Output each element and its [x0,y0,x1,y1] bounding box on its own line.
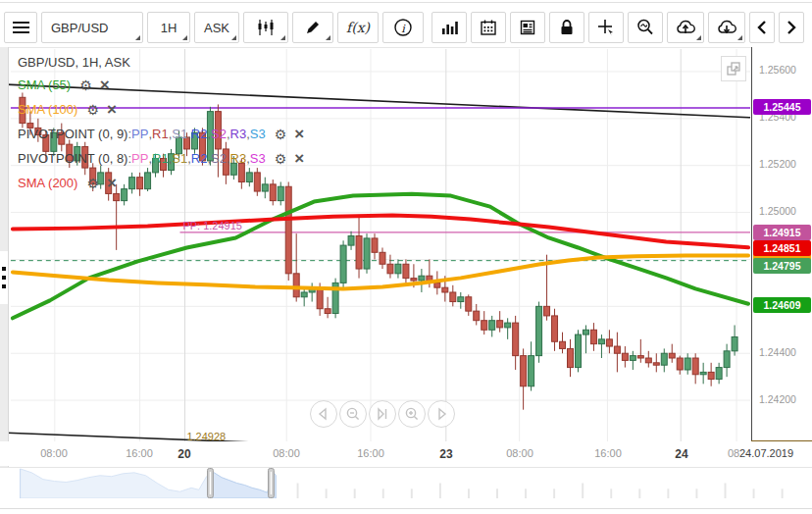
candle [614,333,620,373]
timeframe-select[interactable]: 1H [147,12,190,43]
chart-annotation: 1.24928 [186,431,226,441]
forward-icon [432,405,450,423]
price-type-label: ASK [204,21,229,35]
draw-tools-select[interactable] [292,12,333,43]
time-axis[interactable]: 08:0016:002008:0016:002308:0016:00240824… [0,441,812,466]
candle [489,316,495,337]
candle [685,353,690,375]
latest-icon [374,405,391,423]
candle [598,334,604,358]
lower-trendline[interactable] [1,433,304,441]
step-forward-button[interactable] [428,400,455,428]
chart-type-select[interactable] [243,12,288,43]
indicator-settings-icon[interactable]: ⚙ [275,127,287,142]
zoom-in-icon [403,405,421,423]
scroll-left-button[interactable] [749,12,775,43]
chevron-down-icon [696,35,701,40]
zoom-out-chart-button[interactable] [628,12,663,43]
chevron-down-icon [182,35,187,40]
info-icon: i [393,18,413,37]
chevron-right-icon [785,19,798,36]
x-axis-time-label: 16:00 [594,447,622,459]
candle [466,294,472,316]
navigator-scrollbar[interactable] [0,467,812,498]
top-divider [0,2,812,3]
calendar-button[interactable] [471,12,506,43]
news-button[interactable] [510,12,545,43]
x-axis-time-label: 16:00 [357,447,384,459]
legend-row: PIVOTPOINT (0, 9) : PP, R1, S1, R2, S2, … [18,122,304,146]
candle [450,285,456,307]
drag-dot [2,284,6,288]
indicator-settings-icon[interactable]: ⚙ [86,176,99,191]
info-button[interactable]: i [382,12,424,43]
candle [497,311,503,333]
cloud-download-button[interactable] [708,12,745,43]
cloud-upload-button[interactable] [667,12,704,43]
crosshair-button[interactable] [588,12,624,43]
zoom-out-icon [344,405,362,423]
indicator-close-icon[interactable]: × [294,152,304,166]
chevron-down-icon [326,35,330,40]
indicator-settings-icon[interactable]: ⚙ [79,77,92,93]
candle [568,339,574,377]
overlay-sma-200-[interactable] [13,215,748,247]
candle [293,233,299,301]
functions-button[interactable]: f(x) [337,12,379,43]
indicator-settings-icon[interactable]: ⚙ [275,151,287,167]
crosshair-icon [596,18,616,37]
indicator-close-icon[interactable]: × [107,177,117,190]
calendar-icon [479,18,498,37]
expand-chart-button[interactable] [721,56,746,81]
step-back-button[interactable] [310,400,337,428]
candle [724,344,730,378]
menu-icon [13,19,29,36]
bottom-divider [0,508,812,509]
candle [325,297,330,319]
instrument-select[interactable]: GBP/USD [41,12,143,43]
pivot-level-label: R3 [230,127,247,141]
toolbar: GBP/USD 1H ASK f(x) i [4,10,808,45]
indicators-bars-icon [439,18,459,37]
axis-end-date: 24.07.2019 [739,447,793,459]
candle [285,181,291,281]
legend-row: SMA (55)⚙× [18,73,304,97]
pivot-level-label: S2 [211,151,227,166]
price-axis[interactable]: 1.256001.254001.252001.250001.244001.242… [751,47,812,466]
y-axis-label: 1.25000 [759,205,796,217]
candle [380,247,385,269]
left-slot [0,251,8,304]
zoom-in-button[interactable] [398,400,426,428]
draw-tool-pencil-icon [303,18,323,37]
menu-button[interactable] [4,12,37,43]
chevron-left-icon [755,19,769,36]
chart-annotation: PP: 1.24915 [182,220,241,231]
candle [661,348,667,372]
candle [340,240,346,287]
drag-dot [2,267,6,271]
indicator-close-icon[interactable]: × [294,128,304,141]
candle [419,269,425,292]
candle [372,233,378,259]
scroll-right-button[interactable] [779,12,804,43]
pivot-level-label: S1 [172,151,187,166]
price-badge: 1.24851 [753,240,811,256]
pivot-level-label: R2 [191,127,208,141]
indicator-settings-icon[interactable]: ⚙ [86,102,99,118]
lock-button[interactable] [549,12,584,43]
indicators-button[interactable] [431,12,467,43]
jump-to-latest-button[interactable] [369,400,396,428]
indicator-close-icon[interactable]: × [100,78,110,92]
y-axis-label: 1.25600 [759,64,796,76]
zoom-out-button[interactable] [339,400,367,428]
chevron-down-icon [135,35,140,40]
x-axis-time-label: 08 [728,447,739,459]
indicator-close-icon[interactable]: × [107,103,117,117]
candle [560,333,566,354]
candle [505,318,511,339]
candle [653,353,659,372]
candle [590,323,596,351]
candle [692,353,698,384]
chevron-down-icon [737,35,742,40]
price-type-select[interactable]: ASK [194,12,239,43]
